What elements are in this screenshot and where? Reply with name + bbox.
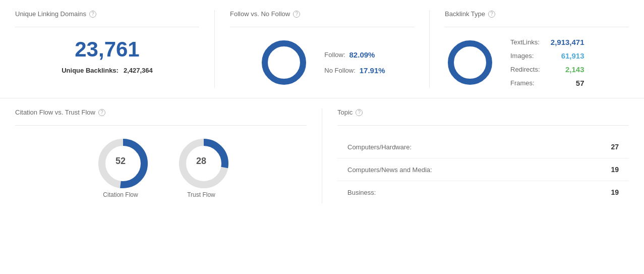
dashboard: Unique Linking Domains ? 23,761 Unique B…: [0, 0, 644, 274]
unique-backlinks-label: Unique Backlinks:: [62, 67, 119, 74]
divider-topic: [337, 125, 629, 126]
citation-trust-help-icon[interactable]: ?: [98, 109, 105, 116]
redirects-label: Redirects:: [510, 66, 540, 73]
trust-center-value: 28: [196, 156, 206, 167]
redirects-value: 2,143: [544, 65, 584, 74]
unique-linking-main-value: 23,761: [15, 37, 199, 62]
topic-row-computers-hardware: Computers/Hardware: 27: [337, 136, 629, 158]
images-label: Images:: [510, 52, 534, 60]
backlink-help-icon[interactable]: ?: [488, 11, 495, 18]
citation-flow-label: Citation Flow: [103, 191, 138, 198]
svg-point-1: [265, 43, 303, 82]
top-row: Unique Linking Domains ? 23,761 Unique B…: [0, 10, 644, 98]
topic-count-computers-news: 19: [611, 166, 619, 174]
topic-table: Computers/Hardware: 27 Computers/News an…: [337, 136, 629, 203]
divider-unique: [15, 27, 199, 27]
topic-label-business: Business:: [347, 189, 376, 196]
follow-donut-section: Follow: 82.09% No Follow: 17.91%: [230, 37, 414, 88]
textlinks-value: 2,913,471: [544, 38, 584, 46]
follow-value: 82.09%: [349, 50, 375, 59]
topic-row-computers-news: Computers/News and Media: 19: [337, 158, 629, 181]
backlink-row-frames: Frames: 57: [510, 79, 584, 87]
panel-title-unique: Unique Linking Domains ?: [15, 10, 199, 18]
topic-label-computers-news: Computers/News and Media:: [347, 166, 432, 174]
divider-backlink: [445, 27, 629, 27]
unique-linking-help-icon[interactable]: ?: [89, 11, 96, 18]
backlink-title: Backlink Type: [445, 10, 485, 18]
follow-help-icon[interactable]: ?: [293, 11, 300, 18]
topic-count-business: 19: [611, 188, 619, 196]
backlink-table: TextLinks: 2,913,471 Images: 61,913 Redi…: [510, 38, 584, 87]
topic-row-business: Business: 19: [337, 181, 629, 203]
backlink-row-textlinks: TextLinks: 2,913,471: [510, 38, 584, 46]
unique-linking-title: Unique Linking Domains: [15, 10, 86, 18]
trust-flow-item: 28 Trust Flow: [176, 136, 226, 198]
nofollow-label: No Follow:: [324, 67, 355, 74]
panel-follow: Follow vs. No Follow ?: [215, 10, 430, 88]
divider-citation: [15, 125, 307, 126]
frames-value: 57: [544, 79, 584, 87]
citation-center-value: 52: [115, 156, 126, 167]
backlink-row-redirects: Redirects: 2,143: [510, 65, 584, 74]
bottom-row: Citation Flow vs. Trust Flow ? 52 Cit: [0, 108, 644, 203]
backlink-row-images: Images: 61,913: [510, 51, 584, 60]
divider-follow: [230, 27, 414, 27]
unique-linking-sub: Unique Backlinks: 2,427,364: [15, 67, 199, 74]
trust-donut-wrapper: 28: [176, 136, 226, 186]
follow-legend-nofollow: No Follow: 17.91%: [324, 66, 385, 75]
nofollow-value: 17.91%: [360, 66, 385, 75]
follow-legend: Follow: 82.09% No Follow: 17.91%: [324, 50, 385, 75]
follow-label: Follow:: [324, 51, 345, 59]
svg-point-4: [451, 43, 489, 82]
unique-backlinks-value: 2,427,364: [124, 67, 153, 74]
images-value: 61,913: [544, 51, 584, 60]
citation-flow-item: 52 Citation Flow: [95, 136, 146, 198]
flow-section: 52 Citation Flow 28 Trust Flow: [15, 136, 307, 198]
topic-count-computers-hardware: 27: [611, 143, 619, 151]
panel-unique-linking: Unique Linking Domains ? 23,761 Unique B…: [0, 10, 215, 88]
topic-title: Topic: [337, 108, 353, 116]
frames-label: Frames:: [510, 79, 535, 87]
topic-label-computers-hardware: Computers/Hardware:: [347, 143, 412, 151]
panel-title-topic: Topic ?: [337, 108, 629, 116]
follow-title: Follow vs. No Follow: [230, 10, 290, 18]
backlink-section: TextLinks: 2,913,471 Images: 61,913 Redi…: [445, 37, 629, 88]
panel-title-citation: Citation Flow vs. Trust Flow ?: [15, 108, 307, 116]
textlinks-label: TextLinks:: [510, 38, 540, 46]
panel-title-backlink: Backlink Type ?: [445, 10, 629, 18]
trust-flow-label: Trust Flow: [187, 191, 215, 198]
backlink-donut-wrapper: [445, 37, 495, 88]
panel-backlink: Backlink Type ? TextLinks:: [430, 10, 644, 88]
panel-title-follow: Follow vs. No Follow ?: [230, 10, 414, 18]
follow-legend-follow: Follow: 82.09%: [324, 50, 385, 59]
follow-donut-wrapper: [259, 37, 309, 88]
panel-citation-trust: Citation Flow vs. Trust Flow ? 52 Cit: [0, 108, 322, 203]
citation-donut-wrapper: 52: [95, 136, 146, 186]
citation-trust-title: Citation Flow vs. Trust Flow: [15, 108, 95, 116]
topic-help-icon[interactable]: ?: [356, 109, 363, 116]
panel-topic: Topic ? Computers/Hardware: 27 Computers…: [322, 108, 644, 203]
